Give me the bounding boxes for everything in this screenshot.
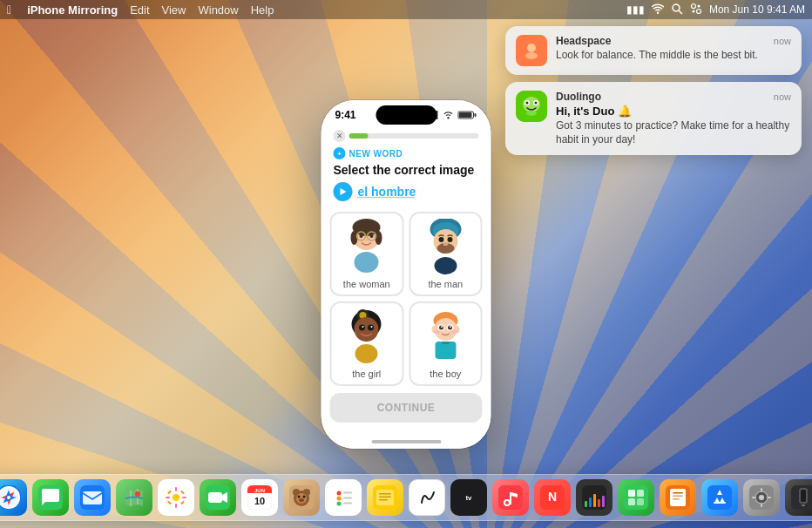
svg-rect-167	[801, 490, 806, 502]
dock-bear[interactable]	[283, 479, 320, 516]
svg-rect-161	[761, 488, 762, 491]
svg-rect-157	[714, 502, 726, 504]
dock-istat[interactable]	[576, 479, 612, 516]
progress-fill	[349, 133, 369, 139]
svg-point-118	[299, 498, 304, 502]
dock-calendar[interactable]: JUN 10	[241, 479, 278, 516]
menubar-help[interactable]: Help	[251, 3, 274, 17]
menubar-left:  iPhone Mirroring Edit View Window Help	[7, 3, 274, 17]
svg-point-48	[362, 326, 364, 328]
svg-rect-129	[379, 497, 391, 498]
dock-notes[interactable]	[367, 479, 403, 516]
svg-point-7	[527, 44, 536, 52]
iphone-status-bar: 9:41	[321, 100, 491, 125]
audio-button[interactable]	[334, 182, 353, 201]
svg-point-160	[759, 495, 764, 500]
svg-rect-141	[585, 501, 587, 507]
svg-point-38	[438, 237, 443, 242]
svg-rect-155	[673, 498, 680, 500]
menubar-app-name[interactable]: iPhone Mirroring	[27, 3, 118, 17]
headspace-body: Look for balance. The middle is the best…	[556, 49, 791, 63]
dock-music[interactable]	[492, 479, 529, 516]
new-word-icon: +	[334, 147, 346, 159]
dock-photos[interactable]	[158, 479, 194, 516]
iphone-time: 9:41	[335, 109, 356, 121]
headspace-app-name: Headspace	[556, 35, 611, 47]
svg-rect-146	[624, 485, 648, 510]
svg-rect-145	[602, 496, 605, 507]
home-indicator	[371, 440, 441, 443]
svg-rect-148	[637, 490, 644, 497]
woman-label: the woman	[343, 279, 390, 289]
menubar-view[interactable]: View	[162, 3, 186, 17]
svg-rect-147	[628, 490, 635, 497]
iphone-mirror: 9:41	[321, 100, 491, 449]
duolingo-body: Got 3 minutes to practice? Make time for…	[556, 119, 791, 146]
svg-rect-163	[752, 497, 755, 498]
word-audio-row: el hombre	[334, 182, 479, 201]
svg-point-121	[337, 497, 342, 501]
svg-rect-168	[802, 504, 805, 506]
menubar-edit[interactable]: Edit	[130, 3, 149, 17]
notification-headspace[interactable]: Headspace now Look for balance. The midd…	[505, 26, 802, 75]
progress-bar	[349, 133, 479, 139]
app-top-bar: ✕	[334, 130, 479, 142]
dock-numbers[interactable]	[618, 479, 654, 516]
svg-point-61	[433, 330, 440, 335]
svg-rect-90	[83, 491, 102, 504]
menubar-control-center-icon[interactable]	[690, 3, 702, 17]
duolingo-title: Hi, it's Duo 🔔	[556, 105, 791, 118]
menubar-wifi-icon	[652, 3, 664, 17]
dock-systemprefs[interactable]	[743, 479, 780, 516]
dock-facetime[interactable]	[200, 479, 236, 516]
notification-duolingo[interactable]: Duolingo now Hi, it's Duo 🔔 Got 3 minute…	[505, 82, 802, 155]
option-boy[interactable]: the boy	[409, 301, 483, 386]
dock-appstore[interactable]	[701, 479, 738, 516]
svg-rect-96	[175, 504, 177, 508]
apple-menu-icon[interactable]: 	[7, 3, 11, 17]
menubar-window[interactable]: Window	[198, 3, 238, 17]
dock-freeform[interactable]	[409, 479, 445, 516]
dock-messages[interactable]	[32, 479, 69, 516]
close-button[interactable]: ✕	[334, 130, 346, 142]
dock-safari[interactable]	[0, 479, 27, 516]
iphone-app-content: ✕ + NEW WORD Select the correct image	[321, 125, 491, 449]
dock-iphonemirroring[interactable]	[785, 479, 812, 516]
svg-point-62	[450, 330, 457, 335]
dock-mail[interactable]	[74, 479, 111, 516]
menubar-search-icon[interactable]	[671, 3, 683, 17]
option-girl[interactable]: the girl	[330, 301, 404, 386]
svg-point-116	[298, 496, 301, 498]
continue-button[interactable]: CONTINUE	[330, 393, 483, 423]
svg-point-120	[337, 491, 342, 496]
svg-point-117	[303, 496, 306, 498]
continue-container: CONTINUE	[321, 386, 491, 428]
dock-pages[interactable]	[660, 479, 696, 516]
svg-point-8	[525, 52, 538, 59]
svg-point-46	[359, 325, 365, 331]
option-woman[interactable]: the woman	[330, 212, 404, 296]
battery-icon	[458, 111, 477, 119]
svg-rect-153	[673, 492, 683, 494]
target-word[interactable]: el hombre	[358, 185, 416, 199]
svg-text:N: N	[548, 490, 557, 504]
svg-rect-156	[707, 485, 732, 510]
dock-news[interactable]: N	[534, 479, 571, 516]
svg-point-0	[673, 4, 680, 11]
svg-line-1	[679, 10, 682, 14]
svg-point-3	[696, 9, 700, 13]
wifi-signal-icon	[443, 111, 455, 119]
svg-point-45	[355, 317, 379, 342]
menubar-right: ▮▮▮ Mon Jun 10 9:41 AM	[626, 3, 805, 17]
option-man[interactable]: the man	[409, 212, 483, 296]
dock-maps[interactable]	[116, 479, 152, 516]
dock-appletv[interactable]: tv	[450, 479, 487, 516]
menubar-time[interactable]: Mon Jun 10 9:41 AM	[709, 3, 805, 16]
dock-reminders[interactable]	[325, 479, 362, 516]
svg-rect-152	[670, 489, 686, 506]
svg-point-15	[526, 111, 537, 116]
new-word-label: NEW WORD	[349, 149, 403, 159]
girl-label: the girl	[352, 369, 381, 379]
notifications-panel: Headspace now Look for balance. The midd…	[505, 26, 802, 155]
man-label: the man	[428, 279, 463, 289]
